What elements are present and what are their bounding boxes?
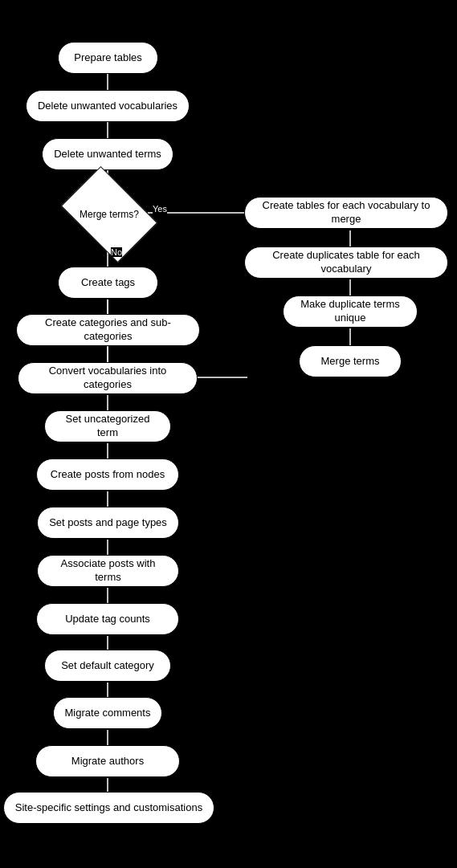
migrate-comments-node: Migrate comments (53, 697, 162, 729)
create-tables-merge-node: Create tables for each vocabulary to mer… (244, 197, 448, 229)
set-default-category-node: Set default category (44, 650, 171, 682)
no-label: No (111, 247, 122, 257)
create-posts-node: Create posts from nodes (36, 458, 179, 491)
set-uncategorized-node: Set uncategorized term (44, 410, 171, 442)
flowchart: Prepare tables Delete unwanted vocabular… (0, 0, 457, 868)
migrate-authors-node: Migrate authors (35, 745, 180, 777)
site-specific-node: Site-specific settings and customisation… (3, 792, 214, 824)
delete-vocabularies-node: Delete unwanted vocabularies (26, 90, 190, 122)
yes-label: Yes (153, 204, 167, 214)
convert-vocabularies-node: Convert vocabularies into categories (18, 362, 198, 394)
create-categories-node: Create categories and sub-categories (16, 314, 200, 346)
create-tags-node: Create tags (58, 267, 158, 299)
delete-terms-node: Delete unwanted terms (42, 138, 173, 170)
associate-posts-node: Associate posts with terms (37, 555, 179, 587)
prepare-tables-node: Prepare tables (58, 42, 158, 74)
set-posts-page-node: Set posts and page types (37, 507, 179, 539)
update-tag-counts-node: Update tag counts (36, 603, 179, 635)
create-duplicates-node: Create duplicates table for each vocabul… (244, 247, 448, 279)
make-unique-node: Make duplicate terms unique (283, 295, 418, 328)
merge-terms-end-node: Merge terms (299, 345, 402, 377)
merge-terms-label: Merge terms? (69, 186, 149, 242)
